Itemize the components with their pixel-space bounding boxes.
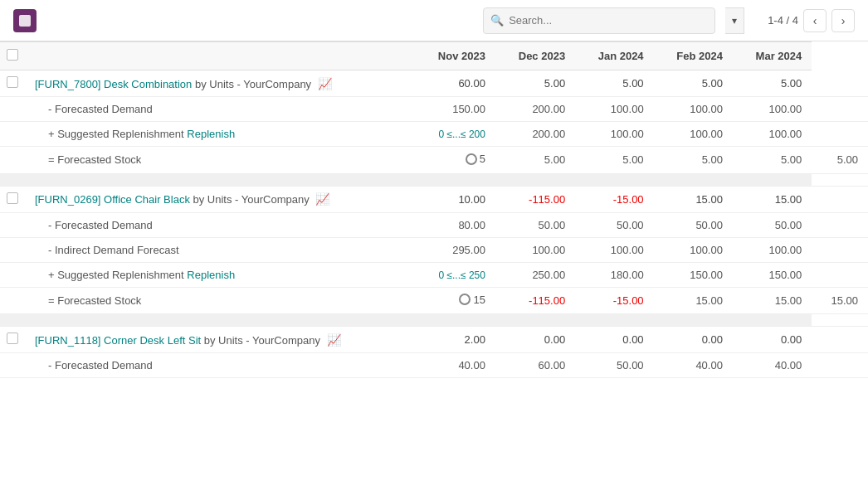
empty-cell (0, 237, 25, 262)
value-cell: 5.00 (733, 70, 812, 97)
chart-icon[interactable]: 📈 (327, 333, 341, 347)
table-row: + Suggested Replenishment Replenish0 ≤..… (0, 122, 868, 147)
value-cell: 15.00 (733, 287, 812, 314)
value-cell: 100.00 (654, 122, 733, 147)
value-cell: 50.00 (495, 212, 575, 237)
pagination-prev-button[interactable]: ‹ (803, 9, 827, 32)
value-cell: 100.00 (654, 237, 733, 262)
table-row: [FURN_0269] Office Chair Black by Units … (0, 186, 868, 212)
replenish-button[interactable]: Replenish (187, 269, 235, 281)
value-cell: 100.00 (575, 237, 653, 262)
row-checkbox-cell (0, 327, 25, 353)
replenish-text: + Suggested Replenishment (48, 269, 187, 281)
value-cell: 5.00 (733, 147, 812, 174)
value-cell: 50.00 (575, 212, 653, 237)
empty-cell (0, 287, 25, 314)
replenish-button[interactable]: Replenish (187, 128, 235, 140)
search-container: 🔍 (483, 7, 715, 34)
table-row: [FURN_7800] Desk Combination by Units - … (0, 70, 868, 97)
product-suffix: by Units - YourCompany (193, 193, 310, 206)
row-checkbox[interactable] (7, 192, 18, 204)
table-row: - Forecasted Demand80.0050.0050.0050.005… (0, 212, 868, 237)
stock-icon: 5 (466, 153, 485, 165)
range-label[interactable]: 0 ≤...≤ 200 (438, 129, 485, 140)
value-cell: 0.00 (575, 327, 653, 353)
row-checkbox-cell (0, 186, 25, 212)
value-cell: 60.00 (495, 353, 575, 378)
stock-label-cell: = Forecasted Stock (25, 147, 415, 174)
value-cell: 180.00 (575, 262, 653, 287)
value-cell: 40.00 (654, 353, 733, 378)
search-input[interactable] (509, 14, 708, 27)
value-cell: 150.00 (654, 262, 733, 287)
pagination-label: 1-4 / 4 (768, 14, 798, 27)
empty-cell (0, 122, 25, 147)
row-checkbox[interactable] (7, 333, 18, 344)
sub-row-label-cell: - Forecasted Demand (25, 97, 415, 122)
value-cell: 5.00 (654, 70, 733, 97)
value-cell: 5.00 (812, 147, 868, 174)
header-feb2024: Feb 2024 (654, 42, 733, 70)
value-cell: 40.00 (415, 353, 495, 378)
product-suffix: by Units - YourCompany (204, 334, 320, 347)
value-cell: 150.00 (415, 97, 495, 122)
value-cell: 80.00 (415, 212, 495, 237)
value-cell: 0.00 (733, 327, 812, 353)
header-checkbox[interactable] (7, 49, 18, 61)
value-cell: 5.00 (575, 70, 653, 97)
header: 🔍 ▾ 1-4 / 4 ‹ › (0, 0, 868, 41)
stock-icon: 15 (459, 294, 485, 306)
replenish-label-cell: + Suggested Replenishment Replenish (25, 122, 415, 147)
app-icon-shape (19, 15, 31, 27)
value-cell: -15.00 (575, 287, 653, 314)
pagination-next-button[interactable]: › (831, 9, 855, 32)
value-cell: 40.00 (733, 353, 812, 378)
empty-cell (0, 353, 25, 378)
product-link[interactable]: [FURN_7800] Desk Combination (35, 78, 192, 90)
value-cell: -15.00 (575, 186, 653, 212)
app-icon (13, 9, 37, 32)
value-cell: 100.00 (733, 237, 812, 262)
stock-label-cell: = Forecasted Stock (25, 287, 415, 314)
replenish-text: + Suggested Replenishment (48, 128, 187, 140)
search-dropdown-button[interactable]: ▾ (725, 7, 744, 34)
value-cell: 0.00 (495, 327, 575, 353)
mps-table: Nov 2023 Dec 2023 Jan 2024 Feb 2024 Mar … (0, 41, 868, 378)
stock-circle (466, 153, 477, 165)
value-cell: 5.00 (575, 147, 653, 174)
chart-icon[interactable]: 📈 (315, 192, 329, 206)
empty-cell (0, 97, 25, 122)
range-label[interactable]: 0 ≤...≤ 250 (438, 269, 485, 281)
product-link[interactable]: [FURN_0269] Office Chair Black (35, 193, 190, 206)
header-dec2023: Dec 2023 (495, 42, 575, 70)
search-icon: 🔍 (490, 14, 504, 27)
value-cell: 15.00 (812, 287, 868, 314)
sub-row-label-cell: - Forecasted Demand (25, 212, 415, 237)
table-row: - Indirect Demand Forecast295.00100.0010… (0, 237, 868, 262)
table-container: Nov 2023 Dec 2023 Jan 2024 Feb 2024 Mar … (0, 41, 868, 500)
value-cell: 50.00 (575, 353, 653, 378)
row-checkbox[interactable] (7, 76, 18, 88)
range-cell: 0 ≤...≤ 200 (415, 122, 495, 147)
product-link[interactable]: [FURN_1118] Corner Desk Left Sit (35, 334, 201, 347)
negative-value: -115.00 (529, 193, 565, 206)
value-cell: 5.00 (495, 147, 575, 174)
table-header-row: Nov 2023 Dec 2023 Jan 2024 Feb 2024 Mar … (0, 42, 868, 70)
stock-value-cell: 15 (415, 287, 495, 314)
chart-icon[interactable]: 📈 (318, 77, 332, 90)
header-nov2023: Nov 2023 (415, 42, 495, 70)
table-row: + Suggested Replenishment Replenish0 ≤..… (0, 262, 868, 287)
value-cell: 5.00 (654, 147, 733, 174)
value-cell: 50.00 (654, 212, 733, 237)
value-cell: -115.00 (495, 186, 575, 212)
empty-cell (0, 212, 25, 237)
stock-circle (459, 294, 471, 305)
value-cell: 200.00 (495, 122, 575, 147)
pagination: 1-4 / 4 ‹ › (768, 9, 855, 32)
value-cell: 100.00 (575, 97, 653, 122)
table-row: [FURN_1118] Corner Desk Left Sit by Unit… (0, 327, 868, 353)
section-separator (0, 314, 868, 327)
negative-value: -15.00 (613, 294, 644, 307)
header-jan2024: Jan 2024 (575, 42, 653, 70)
value-cell: 2.00 (415, 327, 495, 353)
